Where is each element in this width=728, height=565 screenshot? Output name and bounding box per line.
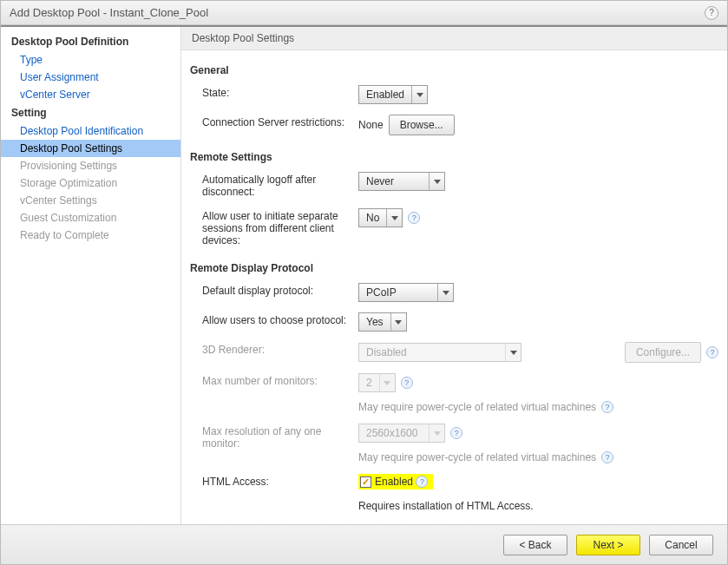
label-3d-renderer: 3D Renderer: [202,342,358,356]
checkbox-html-access[interactable] [360,476,371,488]
sidebar-section-definition: Desktop Pool Definition [1,32,180,51]
titlebar: Add Desktop Pool - Instant_Clone_Pool ? [1,1,727,25]
browse-button[interactable]: Browse... [389,115,455,135]
configure-button: Configure... [625,342,701,363]
sidebar-item-vcenter-server[interactable]: vCenter Server [1,86,180,103]
dropdown-max-monitors-value: 2 [359,374,379,391]
dropdown-auto-logoff[interactable]: Never [358,172,445,191]
wizard-sidebar: Desktop Pool Definition Type User Assign… [1,27,181,524]
dropdown-auto-logoff-value: Never [359,173,429,190]
chevron-down-icon [429,424,444,442]
dropdown-default-protocol[interactable]: PCoIP [358,283,454,302]
settings-content: General State: Enabled Connection Server… [181,50,727,524]
row-auto-logoff: Automatically logoff after disconnect: N… [190,168,718,205]
sidebar-item-provisioning: Provisioning Settings [1,157,180,174]
dropdown-choose-protocol-value: Yes [359,313,390,331]
row-3d-renderer: 3D Renderer: Disabled Configure... ? [190,338,718,370]
checkbox-html-access-label: Enabled [375,476,413,488]
sidebar-item-pool-settings[interactable]: Desktop Pool Settings [1,140,180,157]
chevron-down-icon [379,374,395,391]
back-button[interactable]: < Back [503,535,567,555]
row-max-resolution: Max resolution of any one monitor: 2560x… [190,420,718,470]
dialog-body: Desktop Pool Definition Type User Assign… [1,25,727,524]
label-multi-session: Allow user to initiate separate sessions… [202,208,358,246]
info-icon[interactable]: ? [401,377,413,389]
dropdown-state[interactable]: Enabled [358,85,428,104]
sidebar-item-vcenter-settings: vCenter Settings [1,192,180,209]
cancel-button[interactable]: Cancel [649,535,713,555]
sidebar-item-pool-identification[interactable]: Desktop Pool Identification [1,122,180,140]
section-general: General [190,64,718,76]
window-title: Add Desktop Pool - Instant_Clone_Pool [10,6,208,19]
html-access-highlight: Enabled ? [358,474,433,489]
dropdown-multi-session-value: No [359,209,386,227]
value-connection-server: None [358,119,384,131]
label-state: State: [202,85,358,99]
hint-powercycle-1: May require power-cycle of related virtu… [358,401,596,413]
sidebar-item-type[interactable]: Type [1,51,180,69]
dropdown-state-value: Enabled [359,86,411,103]
dropdown-3d-renderer: Disabled [358,343,521,362]
info-icon[interactable]: ? [601,401,613,413]
chevron-down-icon [386,209,402,227]
chevron-down-icon [437,284,453,301]
main-header: Desktop Pool Settings [181,27,727,50]
help-icon[interactable]: ? [705,6,718,20]
html-access-note: Requires installation of HTML Access. [358,500,534,512]
row-html-access: HTML Access: Enabled ? Requires installa… [190,470,718,519]
dropdown-max-resolution: 2560x1600 [358,424,445,443]
wizard-main: Desktop Pool Settings General State: Ena… [181,27,727,524]
label-html-access: HTML Access: [202,474,358,488]
next-button[interactable]: Next > [576,535,640,555]
label-max-monitors: Max number of monitors: [202,373,358,387]
chevron-down-icon [390,313,406,331]
sidebar-section-setting: Setting [1,103,180,122]
sidebar-item-ready-complete: Ready to Complete [1,227,180,244]
section-remote-settings: Remote Settings [190,151,718,163]
dropdown-choose-protocol[interactable]: Yes [358,312,407,332]
row-multi-session: Allow user to initiate separate sessions… [190,205,718,253]
info-icon[interactable]: ? [408,212,420,224]
section-remote-display: Remote Display Protocol [190,262,718,274]
info-icon[interactable]: ? [416,476,428,488]
chevron-down-icon [505,344,521,361]
dropdown-max-resolution-value: 2560x1600 [359,424,429,442]
row-connection-server: Connection Server restrictions: None Bro… [190,111,718,142]
chevron-down-icon [411,86,427,103]
info-icon[interactable]: ? [706,346,718,358]
dropdown-max-monitors: 2 [358,373,396,392]
wizard-footer: < Back Next > Cancel [1,524,727,564]
label-auto-logoff: Automatically logoff after disconnect: [202,172,358,198]
label-max-resolution: Max resolution of any one monitor: [202,424,358,450]
row-state: State: Enabled [190,82,718,111]
sidebar-item-user-assignment[interactable]: User Assignment [1,69,180,86]
info-icon[interactable]: ? [601,451,613,463]
dialog-window: Add Desktop Pool - Instant_Clone_Pool ? … [0,0,728,565]
row-max-monitors: Max number of monitors: 2 ? May require … [190,370,718,420]
label-default-protocol: Default display protocol: [202,283,358,297]
label-choose-protocol: Allow users to choose protocol: [202,312,358,326]
hint-powercycle-2: May require power-cycle of related virtu… [358,451,596,463]
info-icon[interactable]: ? [450,427,462,439]
dropdown-default-protocol-value: PCoIP [359,284,437,301]
sidebar-item-storage-optimization: Storage Optimization [1,174,180,192]
chevron-down-icon [429,173,444,190]
dropdown-multi-session[interactable]: No [358,208,403,227]
row-default-protocol: Default display protocol: PCoIP [190,279,718,309]
dropdown-3d-renderer-value: Disabled [359,344,505,361]
row-choose-protocol: Allow users to choose protocol: Yes [190,309,718,338]
sidebar-item-guest-customization: Guest Customization [1,209,180,227]
label-connection-server: Connection Server restrictions: [202,115,358,128]
